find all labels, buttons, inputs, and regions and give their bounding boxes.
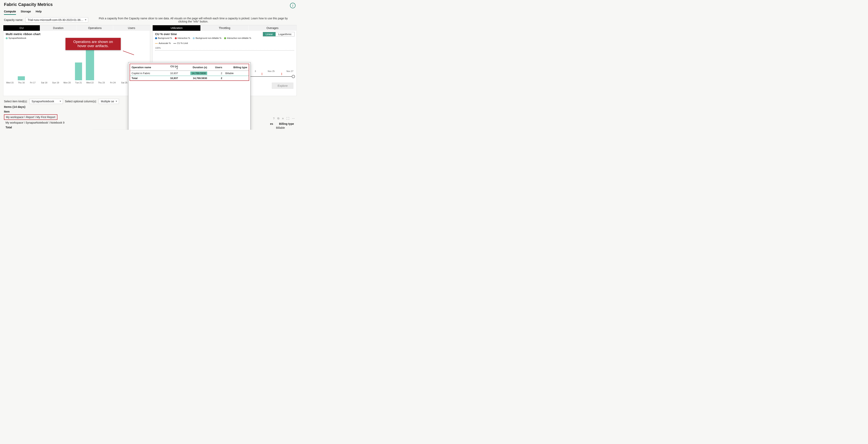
- copy-icon[interactable]: ⧉: [277, 117, 279, 120]
- capacity-name-label: Capacity name:: [4, 18, 23, 22]
- tab-cu[interactable]: CU: [3, 25, 40, 31]
- left-x-axis: Wed 15 Thu 16 Fri 17 Sat 18 Sun 19 Mon 2…: [3, 81, 150, 86]
- linear-button[interactable]: Linear: [263, 32, 276, 36]
- callout-hover: Operations are shown on hover over artif…: [65, 38, 121, 50]
- optional-cols-label: Select optional column(s):: [65, 100, 97, 103]
- col-cu[interactable]: CU (s)▼: [163, 64, 180, 71]
- tooltip-table: Operation name CU (s)▼ Duration (s) User…: [130, 64, 249, 81]
- explore-button[interactable]: Explore: [272, 83, 293, 89]
- page-title: Fabric Capacity Metrics: [0, 0, 300, 8]
- breadcrumb[interactable]: My workspace \ Report \ My First Report: [4, 114, 57, 120]
- tab-operations[interactable]: Operations: [77, 25, 114, 31]
- helper-text: Pick a capacity from the Capacity name s…: [91, 17, 296, 23]
- logarithmic-button[interactable]: Logarithmic: [276, 32, 294, 36]
- highlighted-duration: 14,769.5930: [190, 71, 207, 75]
- tooltip-table-wrap: Operation name CU (s)▼ Duration (s) User…: [130, 64, 249, 81]
- cu-chart[interactable]: 100% 3 Nov 25 Nov 27 Explore: [153, 45, 297, 55]
- tab-compute[interactable]: Compute: [4, 9, 16, 15]
- right-legend: Background % Interactive % Background no…: [153, 36, 262, 45]
- legend-label: SynapseNotebook: [8, 37, 26, 39]
- operation-tooltip: Operation name CU (s)▼ Duration (s) User…: [128, 62, 251, 130]
- item-kind-dropdown[interactable]: SynapseNotebook: [29, 99, 63, 104]
- tab-storage[interactable]: Storage: [21, 9, 31, 15]
- billing-column: es Billing type Billable Billable: [270, 122, 294, 130]
- slicer-row: Capacity name: Trial-ruxu-microsoft-com-…: [0, 15, 300, 25]
- filter-icon[interactable]: ≡: [282, 117, 284, 120]
- col-operation[interactable]: Operation name: [130, 64, 163, 71]
- legend-swatch: [6, 37, 8, 39]
- tab-utilization[interactable]: Utilization: [153, 25, 200, 31]
- col-users[interactable]: Users: [209, 64, 224, 71]
- tooltip-total-row: Total 10,937 14,769.5930 2: [130, 76, 249, 81]
- timeline-knob[interactable]: [292, 75, 295, 78]
- item-kind-label: Select item kind(s):: [4, 100, 27, 103]
- tab-overages[interactable]: Overages: [249, 25, 297, 31]
- cu-limit-line: [155, 50, 294, 52]
- right-x-dates: 3 Nov 25 Nov 27: [255, 70, 293, 72]
- main-tabs: Compute Storage Help: [0, 8, 300, 15]
- tab-throttling[interactable]: Throttling: [200, 25, 249, 31]
- tab-duration[interactable]: Duration: [40, 25, 77, 31]
- left-chart-title: Multi metric ribbon chart: [3, 31, 150, 36]
- col-billing-type[interactable]: Billing type: [279, 122, 294, 125]
- tab-users[interactable]: Users: [113, 25, 150, 31]
- optional-cols-dropdown[interactable]: Multiple se: [99, 99, 119, 104]
- focus-icon[interactable]: ⛶: [286, 117, 289, 120]
- more-icon[interactable]: ⋯: [292, 117, 295, 120]
- col-billing[interactable]: Billing type: [224, 64, 249, 71]
- right-metric-tabs: Utilization Throttling Overages: [153, 25, 297, 31]
- tab-help[interactable]: Help: [36, 9, 42, 15]
- y-100-label: 100%: [155, 47, 161, 49]
- col-duration[interactable]: Duration (s): [180, 64, 209, 71]
- left-metric-tabs: CU Duration Operations Users: [3, 25, 150, 31]
- sort-desc-icon: ▼: [165, 68, 178, 70]
- info-icon[interactable]: i: [290, 3, 296, 8]
- capacity-name-dropdown[interactable]: Trial-ruxu-microsoft-com-05-30-2023-01-3…: [26, 18, 88, 23]
- visual-toolbar: ? ⧉ ≡ ⛶ ⋯: [273, 117, 295, 120]
- tooltip-row[interactable]: Copilot in Fabric 10,937 14,769.5930 2 B…: [130, 71, 249, 76]
- capacity-name-value: Trial-ruxu-microsoft-com-05-30-2023-01-3…: [28, 18, 83, 22]
- col-es[interactable]: es: [270, 122, 273, 125]
- help-icon[interactable]: ?: [273, 117, 275, 120]
- scale-toggle: Linear Logarithmic: [263, 32, 294, 36]
